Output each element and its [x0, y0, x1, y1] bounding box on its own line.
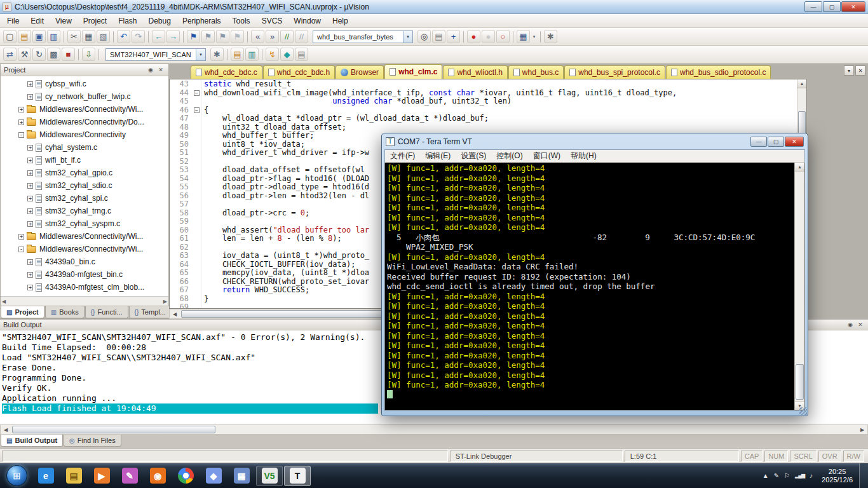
chrome[interactable] [172, 466, 199, 486]
tree-item[interactable]: -Middlewares/Connectivity/Wi... [1, 243, 168, 255]
stop-build-icon[interactable]: ■ [62, 48, 75, 61]
scroll-left-icon[interactable]: ◀ [1, 427, 11, 433]
tree-item[interactable]: +cybsp_wifi.c [1, 78, 168, 90]
tab-project[interactable]: ▤Project [1, 306, 44, 318]
editor-tab-whd_bus_sdio_protocol-c[interactable]: whd_bus_sdio_protocol.c [666, 65, 771, 79]
tree-item[interactable]: +cy_network_buffer_lwip.c [1, 90, 168, 103]
copy-icon[interactable]: ▦ [82, 30, 95, 43]
editor-tab-whd_cdc_bdc-h[interactable]: whd_cdc_bdc.h [263, 65, 335, 79]
translate-icon[interactable]: ⇄ [3, 48, 17, 61]
bookmark-toggle-icon[interactable]: ⚑ [187, 30, 200, 43]
fold-toggle-icon[interactable]: − [193, 89, 201, 98]
tera-term[interactable]: T [284, 466, 311, 486]
tree-item[interactable]: +Middlewares/Connectivity/Wi... [1, 230, 168, 243]
tree-expander-icon[interactable]: - [18, 132, 24, 138]
tab-find-in-files[interactable]: ◎Find In Files [64, 435, 121, 447]
network-icon[interactable]: ▂▄▆ [795, 473, 804, 478]
kill-breakpoints-icon[interactable]: ○ [496, 30, 510, 43]
menu-peripherals[interactable]: Peripherals [177, 15, 227, 27]
teraterm-maximize-button[interactable]: ▢ [768, 137, 784, 147]
menu-help[interactable]: Help [327, 15, 354, 27]
resize-grip[interactable] [799, 407, 807, 415]
undo-icon[interactable]: ↶ [117, 30, 130, 43]
editor-tab-browser[interactable]: Browser [336, 65, 384, 79]
tree-expander-icon[interactable]: + [27, 170, 33, 176]
teraterm-menu-item[interactable]: 文件(F) [385, 149, 420, 163]
teraterm-menu-item[interactable]: 设置(S) [456, 149, 491, 163]
bookmark-next-icon[interactable]: ⚑ [216, 30, 229, 43]
tree-item[interactable]: +Middlewares/Connectivity/Wi... [1, 103, 168, 116]
internet-explorer[interactable]: e [32, 466, 59, 486]
title-bar[interactable]: µ C:\Users\Octopus\Desktop\test\f4_20251… [0, 0, 868, 14]
project-tree-hscrollbar[interactable]: ◀ ▶ [1, 296, 168, 306]
tab-close-icon[interactable]: ✕ [855, 65, 865, 76]
teraterm-menu-item[interactable]: 窗口(W) [528, 149, 566, 163]
volume-icon[interactable]: ♪ [810, 472, 813, 479]
flash-download-icon[interactable]: ↯ [266, 48, 279, 61]
cut-icon[interactable]: ✂ [67, 30, 81, 43]
manage-runtime-icon[interactable]: ▥ [245, 48, 259, 61]
tree-item[interactable]: +43439a0-mfgtest_bin.c [1, 268, 168, 281]
editor-tab-whd_bus_spi_protocol-c[interactable]: whd_bus_spi_protocol.c [564, 65, 665, 79]
tree-item[interactable]: +Middlewares/Connectivity/Do... [1, 116, 168, 128]
menu-file[interactable]: File [1, 15, 25, 27]
pen-input-icon[interactable]: ✎ [774, 472, 779, 479]
uncomment-icon[interactable]: // [295, 30, 308, 43]
tree-expander-icon[interactable]: + [27, 259, 33, 265]
tree-expander-icon[interactable]: + [27, 196, 33, 201]
target-options-icon[interactable]: ✱ [210, 48, 224, 61]
menu-project[interactable]: Project [78, 15, 112, 27]
configure-icon[interactable]: ✱ [544, 30, 557, 43]
fold-toggle-icon[interactable]: − [193, 106, 201, 115]
dropdown-arrow-icon[interactable]: ▾ [531, 30, 538, 43]
menu-flash[interactable]: Flash [112, 15, 142, 27]
media-player[interactable]: ▶ [88, 466, 115, 486]
taskbar-clock[interactable]: 20:25 2025/12/6 [815, 468, 859, 484]
tab-build-output[interactable]: ▤Build Output [1, 435, 63, 447]
tree-expander-icon[interactable]: + [27, 94, 33, 100]
bookmark-clear-icon[interactable]: ⚑ [231, 30, 244, 43]
panel-close-icon[interactable]: ✕ [856, 321, 865, 329]
tree-expander-icon[interactable]: + [27, 285, 33, 290]
tab-list-dropdown-icon[interactable]: ▾ [844, 65, 854, 76]
tree-expander-icon[interactable]: + [27, 145, 33, 151]
editor-tab-whd_clm-c[interactable]: whd_clm.c [384, 64, 442, 79]
tree-item[interactable]: +stm32_cyhal_sdio.c [1, 179, 168, 192]
tree-expander-icon[interactable]: + [18, 234, 24, 240]
display-format-icon[interactable]: ▦ [517, 30, 530, 43]
keil-uvision[interactable]: V5 [256, 466, 283, 486]
file-extensions-icon[interactable]: ▤ [231, 48, 244, 61]
tray-expand-icon[interactable]: ▲ [763, 472, 769, 479]
tab-templ-[interactable]: {}Templ... [129, 306, 172, 318]
disable-breakpoint-icon[interactable]: ● [482, 30, 495, 43]
tree-expander-icon[interactable]: + [27, 208, 33, 214]
editor-tab-whd_wlioctl-h[interactable]: whd_wlioctl.h [443, 65, 507, 79]
menu-window[interactable]: Window [288, 15, 327, 27]
menu-tools[interactable]: Tools [227, 15, 256, 27]
terminal[interactable]: [W] func=1, addr=0xa020, length=4[W] fun… [384, 163, 805, 410]
editor-tab-whd_bus-c[interactable]: whd_bus.c [508, 65, 564, 79]
unindent-icon[interactable]: « [251, 30, 264, 43]
scroll-up-icon[interactable]: ▲ [797, 79, 806, 88]
navigate-back-icon[interactable]: ← [152, 30, 165, 43]
close-button[interactable]: ✕ [841, 1, 865, 12]
tree-item[interactable]: +stm32_cyhal_syspm.c [1, 217, 168, 230]
batch-build-icon[interactable]: ▩ [47, 48, 60, 61]
scrollbar-thumb[interactable] [12, 426, 215, 433]
tree-expander-icon[interactable]: + [27, 158, 33, 163]
tab-books[interactable]: ▥Books [45, 306, 85, 318]
tree-item[interactable]: +wifi_bt_if.c [1, 154, 168, 166]
visual-studio[interactable]: ◆ [200, 466, 227, 486]
tree-item[interactable]: +43439a0_bin.c [1, 255, 168, 268]
menu-view[interactable]: View [50, 15, 78, 27]
show-desktop-button[interactable] [859, 463, 868, 488]
zoom-in-icon[interactable]: + [447, 30, 460, 43]
scrollbar-thumb[interactable] [181, 310, 384, 318]
editor-tab-whd_cdc_bdc-c[interactable]: whd_cdc_bdc.c [191, 65, 262, 79]
file-explorer[interactable]: ▤ [60, 466, 87, 486]
tree-expander-icon[interactable]: - [18, 247, 24, 252]
rebuild-icon[interactable]: ↻ [32, 48, 46, 61]
tree-expander-icon[interactable]: + [27, 272, 33, 278]
menu-debug[interactable]: Debug [143, 15, 177, 27]
paste-icon[interactable]: ▧ [97, 30, 110, 43]
